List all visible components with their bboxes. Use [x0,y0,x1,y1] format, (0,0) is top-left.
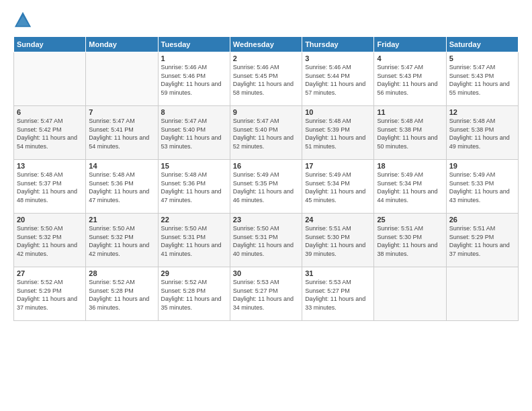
day-info: Sunrise: 5:50 AMSunset: 5:31 PMDaylight:… [161,224,227,258]
day-number: 20 [17,216,83,224]
day-info: Sunrise: 5:53 AMSunset: 5:27 PMDaylight:… [233,278,299,312]
day-info: Sunrise: 5:48 AMSunset: 5:36 PMDaylight:… [89,171,154,204]
day-number: 13 [17,162,83,170]
day-number: 23 [233,216,299,224]
day-info: Sunrise: 5:47 AMSunset: 5:41 PMDaylight:… [89,117,154,150]
calendar-cell: 17 Sunrise: 5:49 AMSunset: 5:34 PMDaylig… [302,160,374,214]
logo [13,11,35,30]
calendar-cell: 30 Sunrise: 5:53 AMSunset: 5:27 PMDaylig… [230,267,302,321]
weekday-header-thursday: Thursday [302,37,374,52]
week-row-5: 27 Sunrise: 5:52 AMSunset: 5:29 PMDaylig… [14,267,519,321]
day-number: 30 [233,269,299,277]
day-number: 1 [161,54,227,62]
page-header [13,11,519,30]
day-number: 31 [305,269,371,277]
day-info: Sunrise: 5:46 AMSunset: 5:44 PMDaylight:… [305,63,371,97]
day-info: Sunrise: 5:50 AMSunset: 5:31 PMDaylight:… [233,224,299,258]
day-info: Sunrise: 5:50 AMSunset: 5:32 PMDaylight:… [89,224,154,258]
calendar-cell: 15 Sunrise: 5:48 AMSunset: 5:36 PMDaylig… [158,160,230,214]
day-number: 17 [305,162,371,170]
calendar-cell: 9 Sunrise: 5:47 AMSunset: 5:40 PMDayligh… [230,106,302,160]
day-number: 22 [161,216,227,224]
calendar-cell: 16 Sunrise: 5:49 AMSunset: 5:35 PMDaylig… [230,160,302,214]
calendar-cell: 10 Sunrise: 5:48 AMSunset: 5:39 PMDaylig… [302,106,374,160]
day-info: Sunrise: 5:49 AMSunset: 5:33 PMDaylight:… [449,171,515,204]
calendar-cell [446,267,518,321]
day-number: 27 [17,269,83,277]
day-number: 2 [233,54,299,62]
day-info: Sunrise: 5:49 AMSunset: 5:34 PMDaylight:… [305,171,371,204]
day-number: 18 [377,162,443,170]
calendar-cell: 22 Sunrise: 5:50 AMSunset: 5:31 PMDaylig… [158,214,230,267]
day-number: 15 [161,162,227,170]
calendar-cell [14,52,86,106]
calendar-cell: 19 Sunrise: 5:49 AMSunset: 5:33 PMDaylig… [446,160,518,214]
day-info: Sunrise: 5:51 AMSunset: 5:30 PMDaylight:… [377,224,443,258]
day-number: 8 [161,108,227,116]
day-info: Sunrise: 5:48 AMSunset: 5:39 PMDaylight:… [305,117,371,150]
calendar-cell: 31 Sunrise: 5:53 AMSunset: 5:27 PMDaylig… [302,267,374,321]
weekday-header-sunday: Sunday [14,37,86,52]
calendar-cell: 3 Sunrise: 5:46 AMSunset: 5:44 PMDayligh… [302,52,374,106]
week-row-2: 6 Sunrise: 5:47 AMSunset: 5:42 PMDayligh… [14,106,519,160]
day-info: Sunrise: 5:52 AMSunset: 5:28 PMDaylight:… [89,278,154,312]
day-number: 28 [89,269,154,277]
calendar-cell: 21 Sunrise: 5:50 AMSunset: 5:32 PMDaylig… [86,214,158,267]
day-info: Sunrise: 5:48 AMSunset: 5:38 PMDaylight:… [377,117,443,150]
week-row-1: 1 Sunrise: 5:46 AMSunset: 5:46 PMDayligh… [14,52,519,106]
day-info: Sunrise: 5:46 AMSunset: 5:46 PMDaylight:… [161,63,227,97]
calendar-cell: 14 Sunrise: 5:48 AMSunset: 5:36 PMDaylig… [86,160,158,214]
day-number: 4 [377,54,443,62]
day-info: Sunrise: 5:48 AMSunset: 5:38 PMDaylight:… [449,117,515,150]
calendar-cell: 1 Sunrise: 5:46 AMSunset: 5:46 PMDayligh… [158,52,230,106]
day-info: Sunrise: 5:49 AMSunset: 5:35 PMDaylight:… [233,171,299,204]
day-number: 24 [305,216,371,224]
calendar-cell: 18 Sunrise: 5:49 AMSunset: 5:34 PMDaylig… [374,160,446,214]
weekday-header-monday: Monday [86,37,158,52]
calendar-cell: 2 Sunrise: 5:46 AMSunset: 5:45 PMDayligh… [230,52,302,106]
day-number: 16 [233,162,299,170]
day-info: Sunrise: 5:48 AMSunset: 5:37 PMDaylight:… [17,171,83,204]
calendar-cell: 23 Sunrise: 5:50 AMSunset: 5:31 PMDaylig… [230,214,302,267]
day-info: Sunrise: 5:46 AMSunset: 5:45 PMDaylight:… [233,63,299,97]
day-info: Sunrise: 5:47 AMSunset: 5:43 PMDaylight:… [377,63,443,97]
day-number: 26 [449,216,515,224]
calendar-cell: 27 Sunrise: 5:52 AMSunset: 5:29 PMDaylig… [14,267,86,321]
week-row-4: 20 Sunrise: 5:50 AMSunset: 5:32 PMDaylig… [14,214,519,267]
calendar-table: SundayMondayTuesdayWednesdayThursdayFrid… [13,36,519,321]
day-info: Sunrise: 5:51 AMSunset: 5:30 PMDaylight:… [305,224,371,258]
calendar-cell: 24 Sunrise: 5:51 AMSunset: 5:30 PMDaylig… [302,214,374,267]
day-number: 3 [305,54,371,62]
calendar-cell: 5 Sunrise: 5:47 AMSunset: 5:43 PMDayligh… [446,52,518,106]
day-number: 5 [449,54,515,62]
calendar-cell: 12 Sunrise: 5:48 AMSunset: 5:38 PMDaylig… [446,106,518,160]
weekday-header-friday: Friday [374,37,446,52]
day-number: 19 [449,162,515,170]
day-info: Sunrise: 5:47 AMSunset: 5:40 PMDaylight:… [161,117,227,150]
calendar-cell: 28 Sunrise: 5:52 AMSunset: 5:28 PMDaylig… [86,267,158,321]
week-row-3: 13 Sunrise: 5:48 AMSunset: 5:37 PMDaylig… [14,160,519,214]
day-info: Sunrise: 5:51 AMSunset: 5:29 PMDaylight:… [449,224,515,258]
calendar-cell: 13 Sunrise: 5:48 AMSunset: 5:37 PMDaylig… [14,160,86,214]
calendar-cell [86,52,158,106]
day-info: Sunrise: 5:52 AMSunset: 5:28 PMDaylight:… [161,278,227,312]
day-number: 29 [161,269,227,277]
weekday-header-saturday: Saturday [446,37,518,52]
calendar-cell: 8 Sunrise: 5:47 AMSunset: 5:40 PMDayligh… [158,106,230,160]
day-number: 9 [233,108,299,116]
weekday-header-row: SundayMondayTuesdayWednesdayThursdayFrid… [14,37,519,52]
calendar-cell: 25 Sunrise: 5:51 AMSunset: 5:30 PMDaylig… [374,214,446,267]
day-info: Sunrise: 5:48 AMSunset: 5:36 PMDaylight:… [161,171,227,204]
day-number: 12 [449,108,515,116]
day-info: Sunrise: 5:47 AMSunset: 5:43 PMDaylight:… [449,63,515,97]
day-number: 14 [89,162,154,170]
day-number: 21 [89,216,154,224]
calendar-cell: 11 Sunrise: 5:48 AMSunset: 5:38 PMDaylig… [374,106,446,160]
day-number: 6 [17,108,83,116]
day-number: 7 [89,108,154,116]
calendar-cell: 7 Sunrise: 5:47 AMSunset: 5:41 PMDayligh… [86,106,158,160]
weekday-header-wednesday: Wednesday [230,37,302,52]
day-info: Sunrise: 5:49 AMSunset: 5:34 PMDaylight:… [377,171,443,204]
calendar-cell [374,267,446,321]
day-info: Sunrise: 5:52 AMSunset: 5:29 PMDaylight:… [17,278,83,312]
